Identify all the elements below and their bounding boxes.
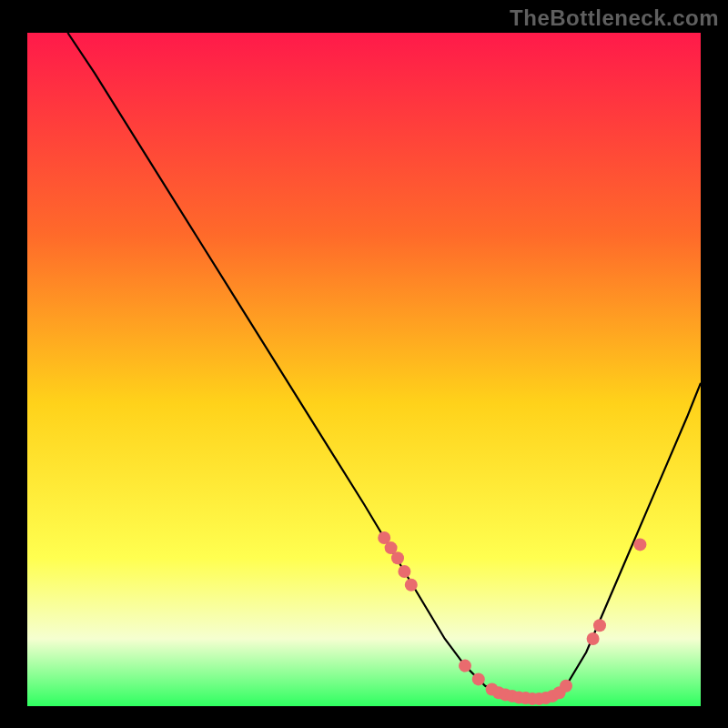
chart-plot-area — [27, 33, 701, 706]
highlight-dot — [459, 660, 471, 672]
highlight-dot — [472, 672, 485, 685]
highlight-dot — [560, 680, 572, 693]
highlight-dot — [391, 551, 404, 564]
chart-svg — [27, 33, 701, 706]
highlight-dot — [398, 565, 410, 578]
chart-frame: TheBottleneck.com — [0, 0, 728, 728]
highlight-dot — [587, 632, 600, 645]
watermark-text: TheBottleneck.com — [510, 5, 719, 31]
highlight-dot — [405, 579, 418, 592]
gradient-background — [27, 33, 701, 706]
highlight-dot — [633, 538, 646, 551]
highlight-dot — [593, 619, 606, 632]
